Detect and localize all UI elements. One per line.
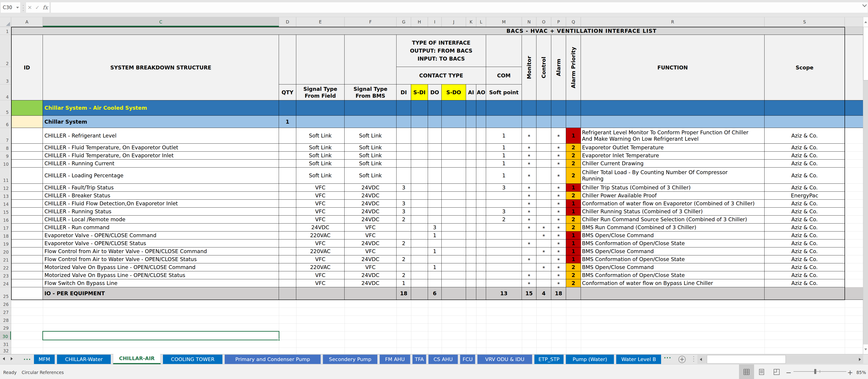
row-sbs[interactable]: Evaporetor Valve - OPEN/CLOSE Command <box>43 232 279 239</box>
row-control[interactable] <box>536 208 551 215</box>
sub-row-label[interactable]: Chillar System <box>43 116 279 128</box>
cell-H[interactable] <box>411 208 428 215</box>
header-id[interactable]: ID <box>11 35 43 100</box>
row-alarm[interactable]: * <box>551 239 566 247</box>
selected-cell-outline[interactable] <box>42 331 279 340</box>
row-header-18[interactable]: 18 <box>0 232 11 239</box>
header-ao[interactable]: AO <box>476 84 486 100</box>
cell-D[interactable] <box>279 151 296 160</box>
sheet-tab-secondery-pump[interactable]: Secondery Pump <box>323 355 377 364</box>
header-do[interactable]: DO <box>428 84 442 100</box>
cell-K5[interactable] <box>466 100 476 116</box>
column-header-F[interactable]: F <box>345 17 397 27</box>
row-signal-field[interactable]: VFC <box>296 271 345 279</box>
column-header-S[interactable]: S <box>765 17 845 27</box>
cell-T[interactable] <box>845 144 863 151</box>
row-scope[interactable]: Aziz & Co. <box>765 239 845 247</box>
cell-K[interactable] <box>466 279 476 287</box>
cell-A14[interactable] <box>11 200 43 208</box>
cell-H[interactable] <box>411 215 428 223</box>
row-do[interactable]: 1 <box>428 247 442 255</box>
cell-D[interactable] <box>279 279 296 287</box>
cell-K[interactable] <box>466 271 476 279</box>
totals-do[interactable]: 6 <box>428 287 442 300</box>
row-soft-point[interactable]: 1 <box>486 151 522 160</box>
header-alarm-priority[interactable]: Alarm Priority <box>566 35 581 100</box>
cell-T[interactable] <box>845 151 863 160</box>
row-alarm[interactable]: * <box>551 223 566 232</box>
page-break-view-button[interactable] <box>769 365 784 379</box>
row-priority[interactable]: 1 <box>566 239 581 247</box>
row-control[interactable]: * <box>536 263 551 271</box>
row-header-1[interactable]: 1 <box>0 27 11 35</box>
cell-E5[interactable] <box>296 100 345 116</box>
row-soft-point[interactable] <box>486 279 522 287</box>
scroll-down-button[interactable] <box>863 344 868 354</box>
cell-Q5[interactable] <box>566 100 581 116</box>
cell-T[interactable] <box>845 279 863 287</box>
row-alarm[interactable]: * <box>551 279 566 287</box>
column-header-R[interactable]: R <box>581 17 765 27</box>
sheet-tab-mfm[interactable]: MFM <box>34 355 55 364</box>
row-do[interactable] <box>428 200 442 208</box>
cell-K[interactable] <box>466 215 476 223</box>
row-signal-bms[interactable]: 24VDC <box>345 215 397 223</box>
cell-J[interactable] <box>442 263 466 271</box>
row-signal-field[interactable]: VFC <box>296 215 345 223</box>
header-e-empty[interactable] <box>296 35 345 84</box>
cell-K[interactable] <box>466 232 476 239</box>
cell-A25[interactable] <box>11 287 43 300</box>
status-circular-references[interactable]: Circular References <box>22 370 64 375</box>
row-signal-bms[interactable]: 24VDC <box>345 239 397 247</box>
cell-A15[interactable] <box>11 208 43 215</box>
cell-K[interactable] <box>466 263 476 271</box>
row-di[interactable] <box>397 263 411 271</box>
row-function[interactable]: Chiller Run Command Source Selection (Co… <box>581 215 765 223</box>
cell-H5[interactable] <box>411 100 428 116</box>
row-signal-bms[interactable]: Soft Link <box>345 151 397 160</box>
cell-A21[interactable] <box>11 255 43 263</box>
row-function[interactable]: Chiller Trip Status (Combined of 3 Chill… <box>581 184 765 192</box>
cell-H[interactable] <box>411 263 428 271</box>
row-control[interactable] <box>536 144 551 151</box>
row-header-28[interactable]: 28 <box>0 316 11 324</box>
sheet-tab-cooling-tower[interactable]: COOLING TOWER <box>163 355 222 364</box>
row-signal-field[interactable]: VFC <box>296 208 345 215</box>
row-priority[interactable]: 1 <box>566 232 581 239</box>
row-soft-point[interactable] <box>486 192 522 200</box>
row-control[interactable] <box>536 239 551 247</box>
row-soft-point[interactable]: 1 <box>486 128 522 144</box>
row-function[interactable]: Conformation of water flow on Bypass Lin… <box>581 279 765 287</box>
row-control[interactable] <box>536 128 551 144</box>
cell-J[interactable] <box>442 192 466 200</box>
row-monitor[interactable] <box>522 232 536 239</box>
cell-A16[interactable] <box>11 215 43 223</box>
row-alarm[interactable]: * <box>551 208 566 215</box>
header-system-breakdown[interactable]: SYSTEM BREAKDOWN STRUCTURE <box>43 35 279 100</box>
cell-J5[interactable] <box>442 100 466 116</box>
cell-G6[interactable] <box>397 116 411 128</box>
row-monitor[interactable]: * <box>522 215 536 223</box>
row-priority[interactable]: 2 <box>566 192 581 200</box>
cell-J[interactable] <box>442 160 466 168</box>
cancel-icon[interactable]: ✕ <box>28 5 32 10</box>
cell-D[interactable] <box>279 208 296 215</box>
row-soft-point[interactable] <box>486 263 522 271</box>
row-signal-bms[interactable]: 24VDC <box>345 271 397 279</box>
row-alarm[interactable]: * <box>551 271 566 279</box>
row-di[interactable]: 2 <box>397 215 411 223</box>
totals-soft-point[interactable]: 13 <box>486 287 522 300</box>
cell-L[interactable] <box>476 128 486 144</box>
row-scope[interactable]: Aziz & Co. <box>765 215 845 223</box>
row-priority[interactable]: 2 <box>566 271 581 279</box>
sheet-tab-tfa[interactable]: TFA <box>412 355 426 364</box>
row-sbs[interactable]: CHILLER - Fluid Temperature, On Evaporet… <box>43 151 279 160</box>
row-scope[interactable]: Aziz & Co. <box>765 208 845 215</box>
row-function[interactable]: BMS Open/Close Command <box>581 247 765 255</box>
column-header-A[interactable]: A <box>11 17 43 27</box>
row-scope[interactable]: Aziz & Co. <box>765 151 845 160</box>
row-monitor[interactable]: * <box>522 279 536 287</box>
row-control[interactable] <box>536 192 551 200</box>
row-signal-field[interactable]: Soft Link <box>296 128 345 144</box>
cell-T[interactable] <box>845 184 863 192</box>
